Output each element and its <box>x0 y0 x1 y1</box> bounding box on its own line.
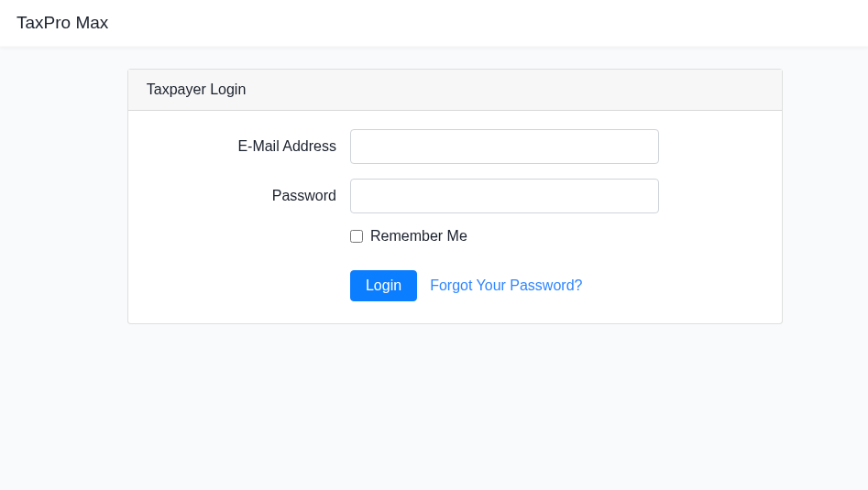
email-row: E-Mail Address <box>147 129 764 164</box>
main-container: Taxpayer Login E-Mail Address Password <box>0 47 868 324</box>
login-card: Taxpayer Login E-Mail Address Password <box>127 69 783 324</box>
password-row: Password <box>147 179 764 213</box>
password-label: Password <box>272 188 336 203</box>
login-button[interactable]: Login <box>350 270 417 301</box>
email-input[interactable] <box>350 129 659 164</box>
email-label: E-Mail Address <box>237 138 336 154</box>
remember-row: Remember Me <box>147 228 764 245</box>
app-brand[interactable]: TaxPro Max <box>16 13 108 32</box>
remember-checkbox[interactable] <box>350 230 363 243</box>
card-body: E-Mail Address Password <box>128 111 782 323</box>
card-header: Taxpayer Login <box>128 70 782 111</box>
password-input[interactable] <box>350 179 659 213</box>
remember-label: Remember Me <box>370 228 467 245</box>
actions-row: Login Forgot Your Password? <box>147 259 764 301</box>
forgot-password-link[interactable]: Forgot Your Password? <box>430 278 582 294</box>
navbar: TaxPro Max <box>0 0 868 47</box>
